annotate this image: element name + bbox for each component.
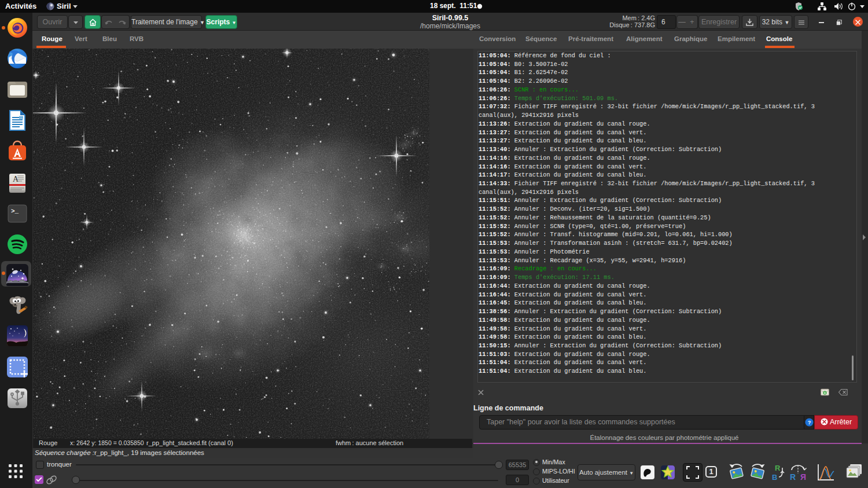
svg-text:R: R	[775, 464, 781, 472]
svg-text:?: ?	[808, 419, 811, 425]
svg-text:>_: >_	[11, 208, 19, 215]
svg-text:R: R	[800, 472, 806, 482]
svg-text:R: R	[790, 472, 796, 482]
svg-text:B: B	[772, 473, 777, 482]
